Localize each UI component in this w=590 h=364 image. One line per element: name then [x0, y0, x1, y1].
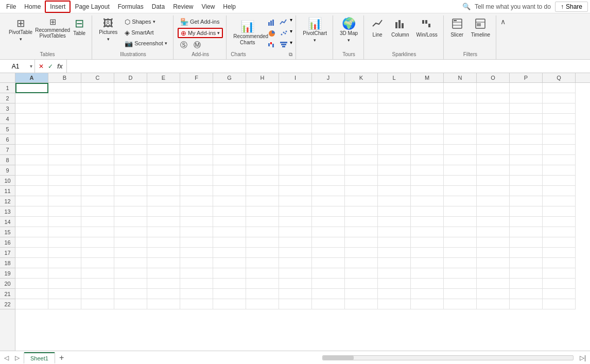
cell-B18[interactable] — [48, 258, 81, 268]
cell-M13[interactable] — [411, 206, 444, 217]
cell-I1[interactable] — [279, 83, 312, 93]
cell-M16[interactable] — [411, 237, 444, 248]
cell-P7[interactable] — [510, 145, 543, 155]
cell-G14[interactable] — [213, 217, 246, 227]
cell-J17[interactable] — [312, 248, 345, 258]
cell-H3[interactable] — [246, 103, 279, 114]
cell-O19[interactable] — [477, 268, 510, 279]
cell-Q8[interactable] — [543, 155, 576, 165]
cell-M9[interactable] — [411, 165, 444, 176]
menu-item-insert[interactable]: Insert — [45, 1, 71, 13]
scroll-right-button[interactable]: ▷ — [13, 353, 22, 362]
row-header-8[interactable]: 8 — [0, 155, 15, 165]
cell-E5[interactable] — [147, 124, 180, 134]
cell-D19[interactable] — [114, 268, 147, 279]
cell-F7[interactable] — [180, 145, 213, 155]
insert-function-button[interactable]: fx — [56, 62, 64, 71]
cell-Q4[interactable] — [543, 114, 576, 124]
cell-G6[interactable] — [213, 134, 246, 145]
share-button[interactable]: ↑ Share — [555, 2, 588, 12]
cell-A2[interactable] — [15, 93, 48, 103]
cell-H12[interactable] — [246, 196, 279, 206]
cell-H21[interactable] — [246, 289, 279, 299]
cell-P9[interactable] — [510, 165, 543, 176]
cell-Q11[interactable] — [543, 186, 576, 196]
col-header-G[interactable]: G — [213, 73, 246, 82]
cell-I9[interactable] — [279, 165, 312, 176]
cell-B9[interactable] — [48, 165, 81, 176]
cell-D17[interactable] — [114, 248, 147, 258]
cell-K3[interactable] — [345, 103, 378, 114]
cell-H2[interactable] — [246, 93, 279, 103]
cell-M6[interactable] — [411, 134, 444, 145]
cell-P3[interactable] — [510, 103, 543, 114]
cell-D5[interactable] — [114, 124, 147, 134]
menu-item-view[interactable]: View — [198, 2, 219, 12]
cell-M10[interactable] — [411, 176, 444, 186]
cell-I21[interactable] — [279, 289, 312, 299]
cell-K1[interactable] — [345, 83, 378, 93]
cell-K14[interactable] — [345, 217, 378, 227]
cell-J21[interactable] — [312, 289, 345, 299]
cell-J9[interactable] — [312, 165, 345, 176]
cell-G5[interactable] — [213, 124, 246, 134]
cell-L4[interactable] — [378, 114, 411, 124]
cell-Q17[interactable] — [543, 248, 576, 258]
cell-N21[interactable] — [444, 289, 477, 299]
cell-C22[interactable] — [81, 299, 114, 309]
cell-J7[interactable] — [312, 145, 345, 155]
cell-C6[interactable] — [81, 134, 114, 145]
cell-M22[interactable] — [411, 299, 444, 309]
cell-A6[interactable] — [15, 134, 48, 145]
cell-A7[interactable] — [15, 145, 48, 155]
cell-E14[interactable] — [147, 217, 180, 227]
cell-O16[interactable] — [477, 237, 510, 248]
row-header-18[interactable]: 18 — [0, 258, 15, 268]
cell-E16[interactable] — [147, 237, 180, 248]
cell-G22[interactable] — [213, 299, 246, 309]
cell-F1[interactable] — [180, 83, 213, 93]
cell-L12[interactable] — [378, 196, 411, 206]
cell-O5[interactable] — [477, 124, 510, 134]
cell-K10[interactable] — [345, 176, 378, 186]
cell-O15[interactable] — [477, 227, 510, 237]
row-header-22[interactable]: 22 — [0, 299, 15, 309]
cell-N4[interactable] — [444, 114, 477, 124]
cell-O11[interactable] — [477, 186, 510, 196]
cell-F22[interactable] — [180, 299, 213, 309]
office-store-1-button[interactable]: Ⓢ — [178, 40, 190, 50]
cell-O14[interactable] — [477, 217, 510, 227]
cell-M3[interactable] — [411, 103, 444, 114]
cell-J20[interactable] — [312, 279, 345, 289]
cell-M4[interactable] — [411, 114, 444, 124]
cell-J19[interactable] — [312, 268, 345, 279]
cell-N2[interactable] — [444, 93, 477, 103]
cell-D15[interactable] — [114, 227, 147, 237]
cell-J5[interactable] — [312, 124, 345, 134]
cell-P13[interactable] — [510, 206, 543, 217]
cell-J6[interactable] — [312, 134, 345, 145]
scroll-left-button[interactable]: ◁ — [2, 353, 11, 362]
cell-O20[interactable] — [477, 279, 510, 289]
col-header-O[interactable]: O — [477, 73, 510, 82]
cell-P15[interactable] — [510, 227, 543, 237]
cell-L16[interactable] — [378, 237, 411, 248]
cell-N12[interactable] — [444, 196, 477, 206]
cell-A19[interactable] — [15, 268, 48, 279]
pictures-button[interactable]: 🖼 Pictures ▾ — [96, 16, 120, 43]
cell-M20[interactable] — [411, 279, 444, 289]
cell-B10[interactable] — [48, 176, 81, 186]
cell-C9[interactable] — [81, 165, 114, 176]
cell-P5[interactable] — [510, 124, 543, 134]
column-sparkline-button[interactable]: Column — [389, 16, 411, 40]
cell-E18[interactable] — [147, 258, 180, 268]
cell-D1[interactable] — [114, 83, 147, 93]
cell-J1[interactable] — [312, 83, 345, 93]
cell-B12[interactable] — [48, 196, 81, 206]
cell-H6[interactable] — [246, 134, 279, 145]
cell-H9[interactable] — [246, 165, 279, 176]
cell-K6[interactable] — [345, 134, 378, 145]
cell-ref-dropdown[interactable]: ▾ — [30, 63, 32, 69]
confirm-formula-button[interactable]: ✓ — [46, 62, 55, 71]
cell-B2[interactable] — [48, 93, 81, 103]
